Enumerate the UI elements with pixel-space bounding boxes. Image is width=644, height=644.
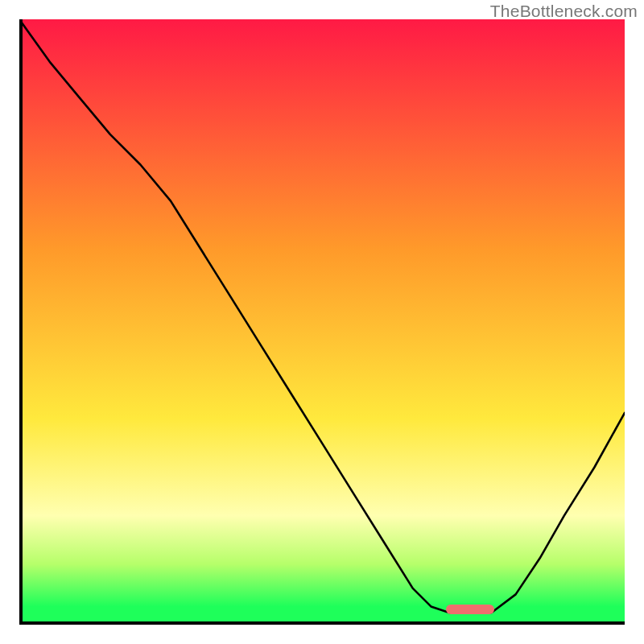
bottleneck-curve bbox=[19, 19, 625, 625]
x-axis-line bbox=[19, 621, 625, 625]
watermark-text: TheBottleneck.com bbox=[490, 2, 638, 21]
plot-area bbox=[19, 19, 625, 625]
optimal-range-marker bbox=[446, 605, 494, 614]
y-axis-line bbox=[19, 19, 23, 625]
